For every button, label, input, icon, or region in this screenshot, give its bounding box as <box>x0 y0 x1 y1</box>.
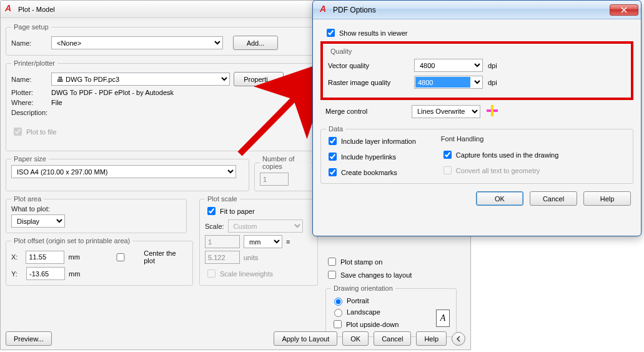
font-handling-heading: Font Handling <box>441 135 559 143</box>
autocad-app-icon <box>319 5 329 15</box>
fit-to-paper-checkbox[interactable] <box>207 207 215 215</box>
printer-name-select[interactable]: 🖶 DWG To PDF.pc3 <box>51 73 230 86</box>
paper-size-select[interactable]: ISO A4 (210.00 x 297.00 MM) <box>11 165 236 178</box>
offset-y-input[interactable] <box>26 267 65 280</box>
include-layer-check[interactable]: Include layer information <box>326 135 416 147</box>
svg-rect-3 <box>491 109 493 112</box>
plot-stamp-check[interactable]: Plot stamp on <box>325 256 457 268</box>
preview-button[interactable]: Preview... <box>6 331 52 346</box>
save-changes-checkbox[interactable] <box>328 271 336 279</box>
scale-lineweights-checkbox <box>207 269 215 278</box>
scale-numer-unit-select[interactable]: mm <box>244 235 282 248</box>
expand-arrow-button[interactable] <box>452 332 465 346</box>
description-label: Description: <box>11 109 47 116</box>
data-group: Data Include layer information Include h… <box>320 125 633 184</box>
include-hyperlinks-check[interactable]: Include hyperlinks <box>326 151 416 163</box>
what-to-plot-label: What to plot: <box>11 205 181 213</box>
page-setup-name-label: Name: <box>11 39 47 47</box>
center-plot-checkbox[interactable] <box>102 253 139 261</box>
offset-x-label: X: <box>11 253 22 261</box>
upside-down-check[interactable]: Plot upside-down <box>331 318 451 330</box>
plot-area-legend: Plot area <box>11 195 44 203</box>
show-results-checkbox[interactable] <box>327 29 335 37</box>
convert-text-checkbox <box>443 166 452 174</box>
raster-quality-label: Raster image quality <box>328 79 409 86</box>
scale-label: Scale: <box>205 223 224 230</box>
printer-properties-button[interactable]: Properti... <box>234 72 284 86</box>
include-layer-checkbox[interactable] <box>329 137 337 145</box>
plot-scale-group: Plot scale Fit to paper Scale: Custom mm <box>199 195 318 286</box>
pdf-titlebar[interactable]: PDF Options <box>313 1 641 19</box>
raster-quality-value[interactable] <box>415 77 470 88</box>
include-hyperlinks-checkbox[interactable] <box>329 153 337 161</box>
center-plot-check[interactable]: Center the plot <box>99 249 187 264</box>
printer-legend: Printer/plotter <box>11 59 57 67</box>
portrait-radio[interactable] <box>334 298 342 306</box>
raster-dpi-label: dpi <box>488 79 497 86</box>
scale-numerator-input <box>205 235 240 248</box>
copies-group: Number of copies <box>254 155 317 191</box>
vector-quality-select[interactable]: 4800 <box>414 59 483 72</box>
paper-size-group: Paper size ISO A4 (210.00 x 297.00 MM) <box>6 155 249 191</box>
plot-ok-button[interactable]: OK <box>342 331 369 346</box>
plot-to-file-check: Plot to file <box>11 126 56 138</box>
offset-x-input[interactable] <box>26 251 64 264</box>
plot-cancel-button[interactable]: Cancel <box>374 331 411 346</box>
what-to-plot-select[interactable]: Display <box>11 214 65 228</box>
scale-lineweights-check: Scale lineweights <box>205 268 312 279</box>
apply-to-layout-button[interactable]: Apply to Layout <box>274 331 337 346</box>
quality-legend: Quality <box>328 48 354 55</box>
copies-input <box>260 173 289 186</box>
plotter-value: DWG To PDF - PDF ePlot - by Autodesk <box>51 89 174 96</box>
scale-denom-unit: units <box>244 254 258 261</box>
create-bookmarks-check[interactable]: Create bookmarks <box>326 166 416 178</box>
pdf-body: Show results in viewer Quality Vector qu… <box>313 19 641 211</box>
pdf-help-button[interactable]: Help <box>583 191 631 206</box>
merge-overwrite-icon <box>485 104 499 119</box>
scale-denominator-input <box>205 251 240 264</box>
orientation-legend: Drawing orientation <box>331 284 395 292</box>
landscape-radio-label[interactable]: Landscape <box>331 307 451 317</box>
data-legend: Data <box>326 125 345 133</box>
convert-text-check: Convert all text to geometry <box>441 164 559 176</box>
save-changes-check[interactable]: Save changes to layout <box>325 269 457 281</box>
where-value: File <box>51 99 62 106</box>
plot-bottom-bar: Preview... Apply to Layout OK Cancel Hel… <box>6 331 465 346</box>
pdf-options-window: PDF Options Show results in viewer Quali… <box>312 0 642 236</box>
show-results-check[interactable]: Show results in viewer <box>324 27 633 39</box>
copies-legend: Number of copies <box>260 155 311 170</box>
scale-equals: = <box>286 238 290 246</box>
pdf-ok-button[interactable]: OK <box>476 191 523 206</box>
capture-fonts-check[interactable]: Capture fonts used in the drawing <box>441 149 559 161</box>
autocad-app-icon <box>4 4 14 14</box>
orientation-a-icon: A <box>436 309 450 327</box>
page-setup-add-button[interactable]: Add... <box>233 36 278 50</box>
plot-help-button[interactable]: Help <box>416 331 447 346</box>
page-setup-name-select[interactable]: <None> <box>51 36 223 49</box>
landscape-radio[interactable] <box>334 309 342 317</box>
create-bookmarks-checkbox[interactable] <box>329 168 337 176</box>
page-setup-legend: Page setup <box>11 23 51 31</box>
capture-fonts-checkbox[interactable] <box>443 151 452 159</box>
plot-to-file-checkbox <box>14 128 22 136</box>
vector-quality-label: Vector quality <box>328 62 409 69</box>
merge-control-select[interactable]: Lines Overwrite <box>412 105 480 118</box>
plot-area-group: Plot area What to plot: Display <box>6 195 187 233</box>
plot-title-text: Plot - Model <box>18 6 55 13</box>
offset-x-unit: mm <box>68 253 79 261</box>
merge-control-label: Merge control <box>325 108 407 115</box>
vector-dpi-label: dpi <box>488 62 497 69</box>
pdf-title-text: PDF Options <box>333 6 376 14</box>
quality-group: Quality Vector quality 4800 dpi Raster i… <box>328 48 626 93</box>
fit-to-paper-check[interactable]: Fit to paper <box>205 205 312 217</box>
pdf-cancel-button[interactable]: Cancel <box>530 191 577 206</box>
paper-size-legend: Paper size <box>11 155 49 163</box>
plot-stamp-checkbox[interactable] <box>328 258 336 266</box>
printer-name-label: Name: <box>11 76 47 83</box>
window-close-button[interactable] <box>610 4 638 16</box>
scale-select: Custom <box>228 219 303 233</box>
plot-offset-group: Plot offset (origin set to printable are… <box>6 237 193 286</box>
portrait-radio-label[interactable]: Portrait <box>331 296 451 306</box>
offset-y-unit: mm <box>69 270 80 278</box>
upside-down-checkbox[interactable] <box>334 320 342 328</box>
